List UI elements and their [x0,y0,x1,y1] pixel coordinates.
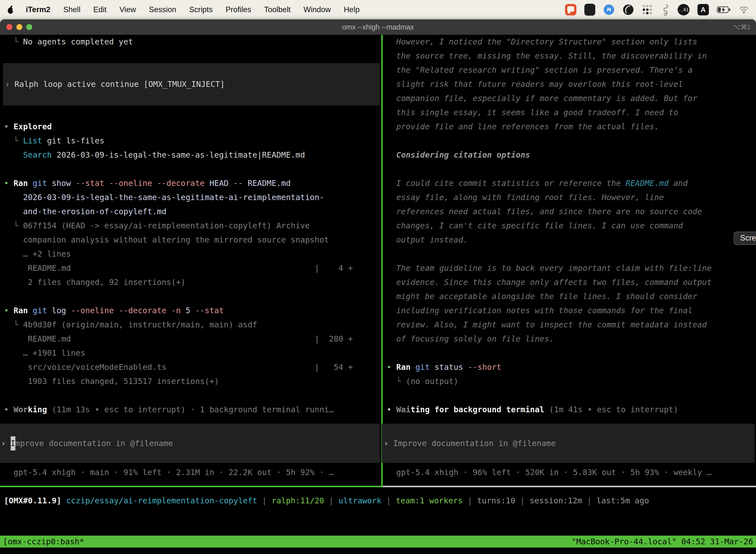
terminal-line: └ 4b9d30f (origin/main, instructkr/main,… [4,318,381,332]
tmux-host-clock: "MacBook-Pro-44.local" 04:52 31-Mar-26 [571,535,753,549]
terminal-line: evidence. Since this change only affects… [387,275,756,289]
text-segment: | [515,496,529,505]
text-segment: 067f154 (HEAD -> essay/ai-reimplementati… [23,221,310,230]
messenger-badge-icon[interactable] [603,4,615,15]
terminal-line: └ No agents completed yet [4,35,381,49]
text-segment: turns:10 [477,496,515,505]
text-segment: Ran [14,178,28,188]
close-window-button[interactable] [6,24,12,30]
grid-shield-icon[interactable] [584,4,595,16]
battery-icon[interactable] [717,6,731,14]
hook-icon[interactable] [661,3,670,16]
text-segment: └ [4,221,23,230]
iterm-window: omx --xhigh --madmax ⌥⌘1 └ No agents com… [0,19,756,554]
zoom-window-button[interactable] [26,24,32,30]
text-segment: | [463,496,477,505]
menubar-menus: iTerm2ShellEditViewSessionScriptsProfile… [26,5,360,14]
terminal-line: the source tree, missing the essay. Stil… [387,49,756,63]
text-segment: git [33,178,47,188]
text-segment: • [387,405,396,414]
wifi-icon[interactable] [739,6,749,14]
text-segment: session:12m [529,496,582,505]
text-segment: 1903 files changed, 513517 insertions(+) [4,377,219,386]
menu-edit[interactable]: Edit [93,5,107,14]
right-input-text: Improve documentation in @filename [393,436,556,450]
menu-session[interactable]: Session [149,5,176,14]
text-segment: └ [4,37,23,46]
terminal-line: I could cite commit statistics or refere… [387,176,756,190]
input-source-icon[interactable]: A [697,4,709,15]
menu-iterm2[interactable]: iTerm2 [26,5,50,14]
terminal-line [4,388,381,403]
text-segment: and-the-erosion-of-copyleft.md [4,207,167,216]
text-segment: -- [233,178,243,188]
text-cursor: I [11,436,15,450]
chat-app-icon[interactable] [565,4,576,15]
menu-view[interactable]: View [120,5,136,14]
text-segment: 5 [186,306,195,315]
text-segment: might be acceptable alongside the file l… [387,292,697,301]
left-prompt-input[interactable]: › Improve documentation in @filename [0,424,380,463]
tmux-status-bar: [omx-cczip0:bash* "MacBook-Pro-44.local"… [0,536,756,548]
text-segment: log [47,306,71,315]
text-segment: HEAD [205,178,233,188]
menu-toolbelt[interactable]: Toolbelt [264,5,291,14]
text-segment: README.md | 280 + [4,334,353,343]
text-segment: … +2 lines [4,249,71,259]
text-segment [61,496,66,505]
terminal-line [387,388,756,403]
right-prompt-input[interactable]: › Improve documentation in @filename [382,424,755,463]
left-input-text: mprove documentation in @filename [15,436,173,450]
right-terminal-pane[interactable]: However, I noticed the "Directory Struct… [383,35,756,487]
text-segment: └ [4,136,23,146]
terminal-line: 2026-03-09-is-legal-the-same-as-legitima… [4,190,381,205]
apple-menu-icon[interactable] [7,5,14,14]
dots-grid-icon[interactable] [642,4,653,15]
text-segment: • [387,363,396,372]
terminal-line: The team guideline is to back every impo… [387,261,756,275]
dark-disc-icon[interactable] [623,4,634,15]
text-segment: last:5m ago [596,496,649,505]
terminal-line: changes, I can't cite specific file line… [387,219,756,233]
left-terminal-pane[interactable]: └ No agents completed yet › Ralph loop a… [0,35,383,487]
window-titlebar[interactable]: omx --xhigh --madmax ⌥⌘1 [0,19,756,35]
terminal-line: review. Also, I might want to inspect th… [387,318,756,332]
text-segment: and [669,178,688,188]
terminal-line: • Working (11m 13s • esc to interrupt) ·… [4,403,381,417]
terminal-line: • Ran git show --stat --oneline --decora… [4,176,381,190]
text-segment: 2026-03-09-is-legal-the-same-as-legitima… [4,192,324,202]
terminal-line: … +1901 lines [4,346,381,360]
text-segment: | [324,496,338,505]
terminal-line [387,346,756,360]
terminal-line: including verification notes with those … [387,303,756,318]
right-session-status: gpt-5.4 xhigh · 96% left · 520K in · 5.8… [383,465,756,480]
menu-scripts[interactable]: Scripts [189,5,213,14]
minimize-window-button[interactable] [16,24,22,30]
terminal-line: └ List git ls-files [4,134,381,148]
terminal-line: However, I noticed the "Directory Struct… [387,35,756,49]
menu-help[interactable]: Help [344,5,360,14]
menu-profiles[interactable]: Profiles [226,5,251,14]
timer-badge-icon[interactable]: ..61 [678,4,690,15]
menu-window[interactable]: Window [304,5,331,14]
menubar-status-icons: ..61 A [565,3,749,16]
prompt-chevron-icon: › [384,436,393,450]
window-shortcut-badge: ⌥⌘1 [733,23,751,31]
text-segment: Considering citation options [387,150,530,160]
terminal-line: companion file, especially if more comme… [387,91,756,106]
tmux-panes: └ No agents completed yet › Ralph loop a… [0,35,756,487]
text-segment: 2 files changed, 92 insertions(+) [4,277,186,287]
line-group: However, I noticed the "Directory Struct… [387,35,756,417]
menu-shell[interactable]: Shell [63,5,80,14]
text-segment: | [257,496,271,505]
text-segment: • [4,306,14,315]
text-segment: --stat --oneline --decorate [76,178,205,188]
text-segment: the source tree, missing the essay. Stil… [387,51,707,61]
prompt-chevron-icon: › [1,436,11,450]
text-segment: cczip/essay/ai-reimplementation-copyleft [66,496,257,505]
terminal-line: • Ran git status --short [387,360,756,374]
terminal-line [387,247,756,261]
text-segment: 4b9d30f (origin/main, instructkr/main, m… [23,320,257,329]
tmux-session-label: [omx-cczip0:bash* [3,535,84,549]
text-segment: [OMX#0.11.9] [4,496,61,505]
